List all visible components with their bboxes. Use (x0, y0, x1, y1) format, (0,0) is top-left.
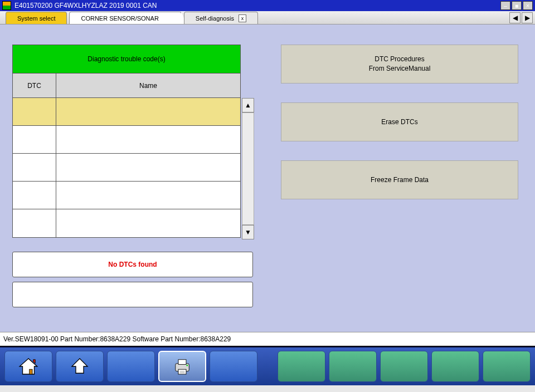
chevron-up-icon: ▲ (245, 101, 251, 109)
svg-rect-6 (178, 369, 186, 374)
version-text: Ver.SEW18091-00 Part Number:8638A229 Sof… (3, 335, 231, 343)
toolbar-button-10[interactable] (483, 351, 531, 382)
minimize-button[interactable]: – (500, 1, 510, 10)
dtc-procedures-button[interactable]: DTC Procedures From ServiceManual (281, 45, 518, 84)
tab-label: Self-diagnosis (196, 15, 234, 22)
info-box (12, 282, 253, 307)
printer-icon (171, 356, 194, 377)
titlebar: E401570200 GF4WXLHYZLAZ 2019 0001 CAN – … (0, 0, 535, 11)
home-icon (17, 356, 40, 377)
toolbar-button-5[interactable] (210, 351, 257, 382)
tab-label: System select (17, 15, 55, 22)
svg-marker-3 (72, 359, 87, 373)
bottom-toolbar (0, 346, 535, 385)
chevron-down-icon: ▼ (245, 228, 251, 236)
footer-strip (0, 385, 535, 392)
svg-rect-5 (178, 360, 186, 365)
home-button[interactable] (4, 351, 52, 382)
btn-label-line2: From ServiceManual (369, 64, 431, 74)
window-title: E401570200 GF4WXLHYZLAZ 2019 0001 CAN (14, 2, 499, 9)
tab-close-icon[interactable]: x (239, 14, 246, 22)
toolbar-button-3[interactable] (107, 351, 155, 382)
tab-nav-left-button[interactable]: ◀ (509, 12, 521, 23)
tabs-row: System select CORNER SENSOR/SONAR Self-d… (0, 11, 535, 24)
table-row[interactable] (13, 154, 240, 182)
scroll-up-button[interactable]: ▲ (242, 98, 254, 112)
dtc-table-header: Diagnostic trouble code(s) (12, 45, 241, 74)
dtc-table: Diagnostic trouble code(s) DTC Name ▲ ▼ (12, 45, 241, 238)
maximize-button[interactable]: ■ (512, 1, 522, 10)
up-button[interactable] (56, 351, 104, 382)
tab-self-diagnosis[interactable]: Self-diagnosis x (184, 12, 258, 24)
status-bar: Ver.SEW18091-00 Part Number:8638A229 Sof… (0, 332, 535, 346)
toolbar-button-7[interactable] (329, 351, 377, 382)
toolbar-button-8[interactable] (380, 351, 428, 382)
dtc-status-text: No DTCs found (108, 261, 157, 268)
dtc-header-label: Diagnostic trouble code(s) (87, 55, 165, 63)
tab-label: CORNER SENSOR/SONAR (81, 15, 158, 22)
dtc-status-box: No DTCs found (12, 252, 253, 277)
tab-module[interactable]: CORNER SENSOR/SONAR (69, 12, 181, 24)
right-actions: DTC Procedures From ServiceManual Erase … (281, 45, 518, 218)
table-row[interactable] (13, 209, 240, 237)
col-dtc: DTC (13, 74, 56, 97)
scroll-down-button[interactable]: ▼ (242, 225, 254, 239)
dtc-column-headers: DTC Name (12, 74, 241, 98)
up-arrow-icon (68, 356, 91, 377)
print-button[interactable] (158, 351, 206, 382)
freeze-frame-button[interactable]: Freeze Frame Data (281, 160, 518, 199)
table-row[interactable] (13, 98, 240, 126)
table-row[interactable] (13, 126, 240, 154)
scroll-track[interactable] (242, 112, 254, 225)
chevron-left-icon: ◀ (513, 14, 518, 22)
chevron-right-icon: ▶ (525, 14, 530, 22)
workspace: Diagnostic trouble code(s) DTC Name ▲ ▼ … (0, 24, 535, 332)
btn-label-line1: DTC Procedures (369, 55, 431, 64)
btn-label: Freeze Frame Data (371, 175, 429, 185)
app-logo-icon (2, 1, 11, 10)
col-name: Name (56, 74, 240, 97)
toolbar-button-9[interactable] (431, 351, 479, 382)
svg-rect-1 (30, 369, 32, 374)
svg-point-9 (186, 365, 188, 366)
table-row[interactable] (13, 182, 240, 209)
erase-dtcs-button[interactable]: Erase DTCs (281, 102, 518, 141)
tab-nav-right-button[interactable]: ▶ (522, 12, 533, 23)
tab-system-select[interactable]: System select (6, 12, 67, 24)
toolbar-button-6[interactable] (278, 351, 325, 382)
dtc-rows (12, 98, 241, 238)
close-button[interactable]: × (523, 1, 533, 10)
btn-label: Erase DTCs (381, 117, 417, 127)
